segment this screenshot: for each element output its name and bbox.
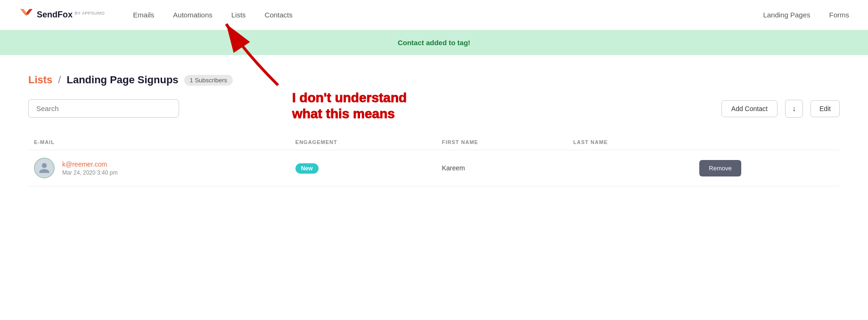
nav-links: Emails Automations Lists Contacts xyxy=(133,11,763,19)
annotation-line1: I don't understand xyxy=(292,90,407,105)
col-first-name: FIRST NAME xyxy=(436,135,568,150)
cell-last-name xyxy=(568,150,694,186)
col-last-name: LAST NAME xyxy=(568,135,694,150)
cell-engagement: New xyxy=(290,150,436,186)
email-cell: k@reemer.com Mar 24, 2020 3:40 pm xyxy=(34,158,284,178)
col-engagement: ENGAGEMENT xyxy=(290,135,436,150)
contacts-table: E-MAIL ENGAGEMENT FIRST NAME LAST NAME xyxy=(28,135,840,186)
edit-button[interactable]: Edit xyxy=(811,100,840,117)
nav-landing-pages[interactable]: Landing Pages xyxy=(763,11,810,19)
add-contact-button[interactable]: Add Contact xyxy=(721,100,778,117)
table-row: k@reemer.com Mar 24, 2020 3:40 pm New Ka… xyxy=(28,150,840,186)
col-email: E-MAIL xyxy=(28,135,290,150)
search-input[interactable] xyxy=(28,99,179,118)
breadcrumb-lists[interactable]: Lists xyxy=(28,74,52,86)
remove-button[interactable]: Remove xyxy=(699,160,741,176)
avatar-icon xyxy=(38,162,50,174)
svg-marker-2 xyxy=(26,9,33,15)
contact-first-name: Kareem xyxy=(442,164,465,172)
navbar: SendFox BY APPSUMO Emails Automations Li… xyxy=(0,0,868,30)
nav-lists[interactable]: Lists xyxy=(231,11,246,19)
table-body: k@reemer.com Mar 24, 2020 3:40 pm New Ka… xyxy=(28,150,840,186)
avatar xyxy=(34,158,55,178)
download-button[interactable]: ↓ xyxy=(785,100,803,118)
logo-text: SendFox xyxy=(37,10,73,19)
annotation-container: I don't understand what this means xyxy=(292,90,481,121)
email-info: k@reemer.com Mar 24, 2020 3:40 pm xyxy=(62,160,117,176)
email-date: Mar 24, 2020 3:40 pm xyxy=(62,169,117,176)
nav-contacts[interactable]: Contacts xyxy=(265,11,293,19)
page-title: Landing Page Signups xyxy=(66,74,178,86)
notification-message: Contact added to tag! xyxy=(398,39,470,47)
logo-by: BY APPSUMO xyxy=(74,11,105,16)
email-address: k@reemer.com xyxy=(62,160,117,168)
title-separator: / xyxy=(58,74,61,86)
main-content: Lists / Landing Page Signups 1 Subscribe… xyxy=(0,55,868,205)
nav-right: Landing Pages Forms xyxy=(763,11,849,19)
notification-banner: Contact added to tag! xyxy=(0,30,868,55)
page-title-row: Lists / Landing Page Signups 1 Subscribe… xyxy=(28,74,840,86)
cell-action: Remove xyxy=(694,150,840,186)
cell-email: k@reemer.com Mar 24, 2020 3:40 pm xyxy=(28,150,290,186)
nav-automations[interactable]: Automations xyxy=(173,11,212,19)
table-header: E-MAIL ENGAGEMENT FIRST NAME LAST NAME xyxy=(28,135,840,150)
nav-emails[interactable]: Emails xyxy=(133,11,154,19)
subscribers-badge: 1 Subscribers xyxy=(184,75,233,86)
nav-forms[interactable]: Forms xyxy=(829,11,850,19)
controls-row: I don't understand what this means Add C… xyxy=(28,99,840,118)
engagement-badge: New xyxy=(295,163,319,174)
annotation-text: I don't understand what this means xyxy=(292,90,481,121)
sendfox-logo-icon xyxy=(19,8,34,23)
annotation-line2: what this means xyxy=(292,106,395,121)
cell-first-name: Kareem xyxy=(436,150,568,186)
col-action xyxy=(694,135,840,150)
logo: SendFox BY APPSUMO xyxy=(19,8,105,23)
